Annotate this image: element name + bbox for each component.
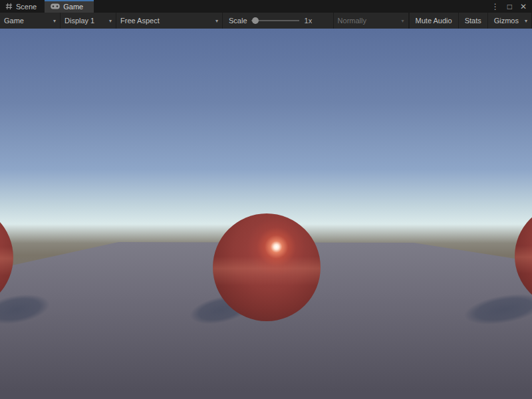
game-viewport[interactable] [0,29,532,399]
chevron-down-icon: ▾ [215,18,218,24]
stats-button[interactable]: Stats [458,13,487,29]
toolbar-right-group: Normally ▾ Mute Audio Stats Gizmos ▾ [333,13,532,29]
maximize-icon[interactable]: □ [507,3,512,11]
red-sphere-center [213,213,321,321]
aspect-ratio-label: Free Aspect [120,17,160,25]
mute-audio-button[interactable]: Mute Audio [409,13,458,29]
chevron-down-icon: ▾ [402,18,404,24]
game-view-toolbar: Game ▾ Display 1 ▾ Free Aspect ▾ Scale 1… [0,13,532,29]
scale-slider-knob[interactable] [252,17,259,24]
close-icon[interactable]: ✕ [520,3,527,11]
mute-audio-label: Mute Audio [416,17,452,25]
tab-scene[interactable]: Scene [0,0,45,13]
tab-label-game: Game [63,3,83,11]
stats-label: Stats [465,17,481,25]
scale-value: 1x [305,17,313,25]
scale-label: Scale [229,17,247,25]
unity-game-window: Scene Game ⋮ □ ✕ Game ▾ Display 1 ▾ [0,0,532,399]
play-mode-label: Normally [338,17,366,25]
display-label: Display 1 [65,17,94,25]
chevron-down-icon: ▾ [53,18,56,24]
chevron-down-icon: ▾ [525,18,527,24]
tab-strip: Scene Game ⋮ □ ✕ [0,0,532,13]
game-view-mode-dropdown[interactable]: Game ▾ [0,13,61,29]
tab-label-scene: Scene [16,3,37,11]
window-controls: ⋮ □ ✕ [491,0,532,13]
gizmos-label: Gizmos [494,17,519,25]
play-mode-dropdown[interactable]: Normally ▾ [333,13,409,29]
aspect-ratio-dropdown[interactable]: Free Aspect ▾ [116,13,223,29]
tab-game[interactable]: Game [45,0,94,13]
scale-control: Scale 1x [223,13,317,29]
game-view-mode-label: Game [4,17,24,25]
gizmos-dropdown[interactable]: Gizmos ▾ [487,13,532,29]
chevron-down-icon: ▾ [109,18,112,24]
gamepad-icon [51,3,60,9]
more-options-icon[interactable]: ⋮ [491,3,499,11]
scale-slider[interactable] [251,16,299,25]
grid-icon [5,3,13,10]
display-dropdown[interactable]: Display 1 ▾ [61,13,116,29]
